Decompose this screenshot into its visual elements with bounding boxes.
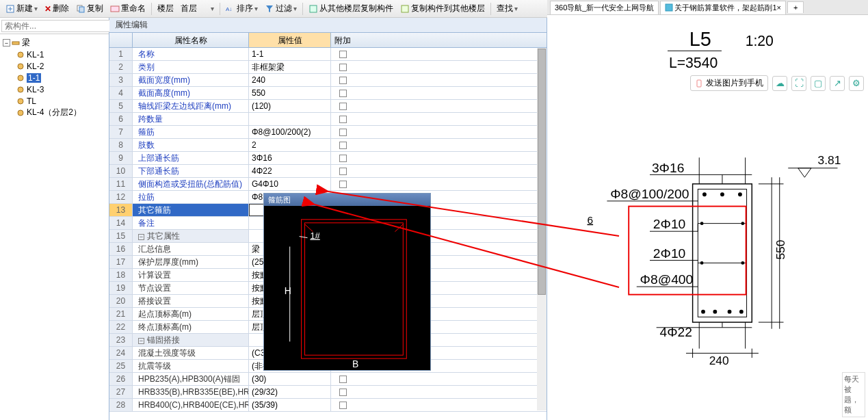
property-row[interactable]: 9上部通长筋3Φ16 <box>109 152 547 165</box>
svg-text:3.81: 3.81 <box>818 153 841 167</box>
svg-text:L=3540: L=3540 <box>669 55 718 70</box>
row-number: 13 <box>109 204 133 216</box>
add-checkbox[interactable] <box>339 142 347 149</box>
copy-button[interactable]: 复制 <box>73 1 106 16</box>
add-checkbox[interactable] <box>339 389 347 396</box>
prop-name: 节点设置 <box>133 282 249 294</box>
tree-item[interactable]: KL-3 <box>1 83 107 95</box>
row-number: 26 <box>109 373 133 385</box>
prop-name: 保护层厚度(mm) <box>133 256 249 268</box>
find-button[interactable]: 查找▾ <box>494 1 521 16</box>
prop-add <box>331 74 354 86</box>
row-number: 19 <box>109 282 133 294</box>
add-checkbox[interactable] <box>339 181 347 188</box>
svg-rect-38 <box>698 189 746 317</box>
expand-icon[interactable]: − <box>138 234 144 240</box>
sort-button[interactable]: A↓排序▾ <box>223 1 261 16</box>
add-checkbox[interactable] <box>339 155 347 162</box>
prop-value[interactable]: (29/32) <box>249 386 331 398</box>
row-number: 12 <box>109 191 133 203</box>
add-checkbox[interactable] <box>339 402 347 409</box>
copy-to-floor-button[interactable]: 复制构件到其他楼层 <box>397 1 488 16</box>
tree-item[interactable]: KL-1 <box>1 49 107 60</box>
prop-value[interactable]: 1-1 <box>249 48 331 60</box>
add-checkbox[interactable] <box>339 116 347 123</box>
copy-from-floor-button[interactable]: 从其他楼层复制构件 <box>306 1 396 16</box>
scroll-thumb[interactable] <box>538 49 546 295</box>
prop-value[interactable]: 非框架梁 <box>249 61 331 73</box>
prop-value[interactable]: (35/39) <box>249 399 331 411</box>
floor-select[interactable]: 首层▾ <box>178 1 217 16</box>
property-row[interactable]: 10下部通长筋4Φ22 <box>109 165 547 178</box>
row-number: 1 <box>109 48 133 60</box>
beam-drawing: L5 1:20 L=3540 <box>561 18 864 416</box>
expand-icon[interactable]: − <box>138 338 144 344</box>
property-row[interactable]: 28HRB400(C),HRB400E(CE),HRBF(35/39) <box>109 399 547 412</box>
prop-value[interactable]: Φ8@100/200(2) <box>249 126 331 138</box>
tab-1[interactable]: 360导航_新一代安全上网导航 <box>550 1 659 14</box>
add-checkbox[interactable] <box>339 168 347 175</box>
prop-value[interactable]: 550 <box>249 87 331 99</box>
property-row[interactable]: 3截面宽度(mm)240 <box>109 74 547 87</box>
property-row[interactable]: 4截面高度(mm)550 <box>109 87 547 100</box>
property-row[interactable]: 2类别非框架梁 <box>109 61 547 74</box>
new-button[interactable]: 新建▾ <box>3 1 40 16</box>
prop-name: 搭接设置 <box>133 295 249 307</box>
tree-item[interactable]: KL-2 <box>1 60 107 72</box>
add-checkbox[interactable] <box>339 77 347 84</box>
collapse-icon[interactable]: − <box>3 39 10 47</box>
item-icon <box>16 86 25 94</box>
property-row[interactable]: 27HRB335(B),HRB335E(BE),HRBF(29/32) <box>109 386 547 399</box>
col-value: 属性值 <box>249 33 331 47</box>
tree-item[interactable]: KL-4（分层2） <box>1 107 107 118</box>
tree-root[interactable]: − 梁 <box>1 37 107 49</box>
add-checkbox[interactable] <box>339 376 347 383</box>
search-row <box>0 18 109 34</box>
scrollbar[interactable] <box>537 48 547 410</box>
tab-add[interactable]: + <box>787 1 804 13</box>
tab-2[interactable]: 关于钢筋算量软件，架起筋削1× <box>660 1 786 14</box>
prop-value[interactable]: 4Φ22 <box>249 165 331 177</box>
property-row[interactable]: 6跨数量 <box>109 113 547 126</box>
add-checkbox[interactable] <box>339 90 347 97</box>
svg-rect-19 <box>305 223 404 355</box>
delete-button[interactable]: ✕删除 <box>42 1 72 16</box>
prop-value[interactable]: 3Φ16 <box>249 152 331 164</box>
property-row[interactable]: 1名称1-1 <box>109 48 547 61</box>
add-checkbox[interactable] <box>339 64 347 71</box>
svg-point-46 <box>700 261 704 265</box>
row-number: 3 <box>109 74 133 86</box>
tree-item[interactable]: TL <box>1 95 107 107</box>
property-row[interactable]: 26HPB235(A),HPB300(A)锚固(30) <box>109 373 547 386</box>
row-number: 24 <box>109 347 133 359</box>
search-input[interactable] <box>1 20 111 32</box>
svg-line-21 <box>395 224 403 232</box>
property-row[interactable]: 7箍筋Φ8@100/200(2) <box>109 126 547 139</box>
row-number: 22 <box>109 321 133 333</box>
add-checkbox[interactable] <box>339 103 347 110</box>
property-row[interactable]: 5轴线距梁左边线距离(mm)(120) <box>109 100 547 113</box>
tree-item[interactable]: 1-1 <box>1 72 107 83</box>
rename-button[interactable]: 重命名 <box>107 1 148 16</box>
property-row[interactable]: 11侧面构造或受扭筋(总配筋值)G4Φ10 <box>109 178 547 191</box>
item-icon <box>16 62 25 70</box>
property-row[interactable]: 8肢数2 <box>109 139 547 152</box>
property-tab[interactable]: 属性编辑 <box>109 18 547 33</box>
filter-button[interactable]: 过滤▾ <box>262 1 300 16</box>
svg-point-44 <box>741 222 744 225</box>
add-checkbox[interactable] <box>339 129 347 136</box>
tree: − 梁 KL-1KL-21-1KL-3TLKL-4（分层2） <box>0 34 109 121</box>
prop-value[interactable]: (120) <box>249 100 331 112</box>
svg-rect-11 <box>12 42 19 44</box>
svg-text:A↓: A↓ <box>226 6 232 12</box>
prop-add <box>331 399 354 411</box>
prop-name: 侧面构造或受扭筋(总配筋值) <box>133 178 249 190</box>
prop-value[interactable]: (30) <box>249 373 331 385</box>
prop-value[interactable] <box>249 113 331 125</box>
add-checkbox[interactable] <box>339 51 347 58</box>
prop-value[interactable]: 2 <box>249 139 331 151</box>
row-number: 11 <box>109 178 133 190</box>
prop-value[interactable]: 240 <box>249 74 331 86</box>
delete-icon: ✕ <box>44 4 51 14</box>
prop-value[interactable]: G4Φ10 <box>249 178 331 190</box>
